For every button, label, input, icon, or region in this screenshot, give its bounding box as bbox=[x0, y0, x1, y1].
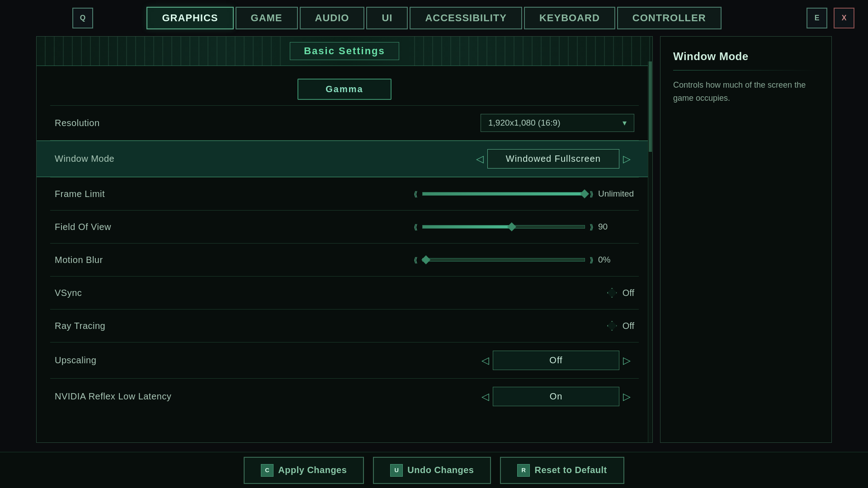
setting-row-motion-blur[interactable]: Motion Blur ⟪ ⟫ 0% bbox=[37, 244, 652, 276]
label-resolution: Resolution bbox=[55, 118, 199, 128]
vsync-toggle-diamond[interactable] bbox=[607, 288, 617, 298]
motion-blur-left-icon[interactable]: ⟪ bbox=[413, 255, 419, 265]
control-fov[interactable]: ⟪ ⟫ 90 bbox=[199, 222, 634, 232]
fov-slider-right-icon[interactable]: ⟫ bbox=[589, 222, 594, 232]
nvidia-reflex-left-arrow-icon[interactable]: ◁ bbox=[478, 389, 493, 404]
upscaling-value: Off bbox=[493, 351, 619, 370]
setting-row-window-mode[interactable]: Window Mode ◁ Windowed Fullscreen ▷ bbox=[37, 141, 652, 177]
window-mode-selector[interactable]: ◁ Windowed Fullscreen ▷ bbox=[472, 149, 634, 169]
settings-scroll[interactable]: Gamma Resolution 1,920x1,080 (16:9) ▾ Wi… bbox=[37, 66, 652, 443]
control-window-mode[interactable]: ◁ Windowed Fullscreen ▷ bbox=[199, 149, 634, 169]
label-motion-blur: Motion Blur bbox=[55, 255, 199, 265]
panel-title: Basic Settings bbox=[290, 42, 399, 60]
motion-blur-slider-thumb[interactable] bbox=[421, 255, 430, 264]
settings-panel: Basic Settings Gamma Resolution 1,920x1,… bbox=[36, 36, 653, 443]
nav-left-button[interactable]: Q bbox=[72, 8, 93, 28]
resolution-dropdown[interactable]: 1,920x1,080 (16:9) ▾ bbox=[481, 114, 634, 132]
motion-blur-slider-track[interactable] bbox=[422, 258, 585, 262]
motion-blur-value: 0% bbox=[598, 255, 634, 265]
reset-icon: R bbox=[517, 464, 530, 477]
ray-tracing-toggle-diamond[interactable] bbox=[607, 321, 617, 331]
apply-changes-button[interactable]: C Apply Changes bbox=[244, 457, 364, 484]
info-panel-title: Window Mode bbox=[673, 50, 819, 63]
selector-right-arrow-icon[interactable]: ▷ bbox=[619, 151, 634, 167]
info-panel: Window Mode Controls how much of the scr… bbox=[660, 36, 832, 443]
setting-row-fov[interactable]: Field Of View ⟪ ⟫ 90 bbox=[37, 211, 652, 243]
ray-tracing-value: Off bbox=[623, 321, 634, 331]
nvidia-reflex-selector[interactable]: ◁ On ▷ bbox=[478, 387, 634, 406]
label-vsync: VSync bbox=[55, 288, 199, 298]
reset-label: Reset to Default bbox=[534, 465, 607, 475]
fov-slider-thumb[interactable] bbox=[507, 222, 516, 231]
setting-row-nvidia-reflex[interactable]: NVIDIA Reflex Low Latency ◁ On ▷ bbox=[37, 379, 652, 414]
tab-game[interactable]: Game bbox=[236, 7, 298, 29]
info-panel-description: Controls how much of the screen the game… bbox=[673, 79, 819, 105]
slider-left-arrow-icon[interactable]: ⟪ bbox=[413, 189, 419, 199]
upscaling-right-arrow-icon[interactable]: ▷ bbox=[619, 353, 634, 368]
setting-row-frame-limit[interactable]: Frame Limit ⟪ ⟫ Unlimited bbox=[37, 178, 652, 210]
scroll-track[interactable] bbox=[648, 61, 652, 442]
tab-accessibility[interactable]: Accessibility bbox=[410, 7, 522, 29]
frame-limit-slider-fill bbox=[423, 192, 585, 195]
motion-blur-right-icon[interactable]: ⟫ bbox=[589, 255, 594, 265]
tab-keyboard[interactable]: Keyboard bbox=[524, 7, 615, 29]
undo-icon: U bbox=[390, 464, 403, 477]
slider-right-arrow-icon[interactable]: ⟫ bbox=[589, 189, 594, 199]
gamma-row: Gamma bbox=[37, 70, 652, 105]
window-mode-value: Windowed Fullscreen bbox=[487, 149, 619, 169]
control-vsync[interactable]: Off bbox=[199, 288, 634, 298]
nvidia-reflex-value: On bbox=[493, 387, 619, 406]
label-frame-limit: Frame Limit bbox=[55, 189, 199, 199]
nav-right-button[interactable]: E bbox=[807, 8, 827, 28]
upscaling-left-arrow-icon[interactable]: ◁ bbox=[478, 353, 493, 368]
label-upscaling: Upscaling bbox=[55, 355, 199, 366]
dropdown-arrow-icon: ▾ bbox=[623, 118, 627, 128]
undo-changes-button[interactable]: U Undo Changes bbox=[373, 457, 491, 484]
top-navigation: Q Graphics Game Audio UI Accessibility K… bbox=[0, 0, 868, 36]
label-window-mode: Window Mode bbox=[55, 154, 199, 164]
fov-value: 90 bbox=[598, 222, 634, 232]
apply-icon: C bbox=[261, 464, 274, 477]
fov-slider-left-icon[interactable]: ⟪ bbox=[413, 222, 419, 232]
frame-limit-value: Unlimited bbox=[598, 189, 634, 199]
tab-ui[interactable]: UI bbox=[366, 7, 408, 29]
setting-row-vsync[interactable]: VSync Off bbox=[37, 277, 652, 309]
panel-header: Basic Settings bbox=[37, 37, 652, 66]
vsync-value: Off bbox=[623, 288, 634, 298]
selector-left-arrow-icon[interactable]: ◁ bbox=[472, 151, 487, 167]
main-layout: Basic Settings Gamma Resolution 1,920x1,… bbox=[36, 36, 832, 443]
label-fov: Field Of View bbox=[55, 222, 199, 232]
close-button[interactable]: X bbox=[834, 8, 854, 28]
tab-controller[interactable]: Controller bbox=[617, 7, 722, 29]
control-upscaling[interactable]: ◁ Off ▷ bbox=[199, 351, 634, 370]
nav-tabs: Graphics Game Audio UI Accessibility Key… bbox=[146, 7, 721, 29]
undo-label: Undo Changes bbox=[407, 465, 474, 475]
fov-slider-track[interactable] bbox=[422, 225, 585, 229]
setting-row-resolution[interactable]: Resolution 1,920x1,080 (16:9) ▾ bbox=[37, 106, 652, 140]
scroll-thumb[interactable] bbox=[649, 61, 652, 152]
frame-limit-slider-track[interactable] bbox=[422, 192, 585, 196]
ray-tracing-toggle[interactable]: Off bbox=[607, 321, 634, 331]
fov-slider-fill bbox=[423, 225, 512, 228]
nvidia-reflex-right-arrow-icon[interactable]: ▷ bbox=[619, 389, 634, 404]
label-nvidia-reflex: NVIDIA Reflex Low Latency bbox=[55, 391, 199, 402]
control-motion-blur[interactable]: ⟪ ⟫ 0% bbox=[199, 255, 634, 265]
setting-row-ray-tracing[interactable]: Ray Tracing Off bbox=[37, 310, 652, 342]
tab-audio[interactable]: Audio bbox=[300, 7, 365, 29]
apply-label: Apply Changes bbox=[278, 465, 347, 475]
control-resolution[interactable]: 1,920x1,080 (16:9) ▾ bbox=[199, 114, 634, 132]
label-ray-tracing: Ray Tracing bbox=[55, 321, 199, 331]
resolution-value: 1,920x1,080 (16:9) bbox=[488, 118, 561, 128]
setting-row-upscaling[interactable]: Upscaling ◁ Off ▷ bbox=[37, 343, 652, 378]
tab-graphics[interactable]: Graphics bbox=[146, 7, 233, 29]
frame-limit-slider-thumb[interactable] bbox=[580, 189, 589, 198]
upscaling-selector[interactable]: ◁ Off ▷ bbox=[478, 351, 634, 370]
control-nvidia-reflex[interactable]: ◁ On ▷ bbox=[199, 387, 634, 406]
reset-to-default-button[interactable]: R Reset to Default bbox=[500, 457, 624, 484]
vsync-toggle[interactable]: Off bbox=[607, 288, 634, 298]
bottom-bar: C Apply Changes U Undo Changes R Reset t… bbox=[0, 452, 868, 488]
control-ray-tracing[interactable]: Off bbox=[199, 321, 634, 331]
info-panel-divider bbox=[673, 70, 819, 70]
gamma-button[interactable]: Gamma bbox=[297, 79, 391, 100]
control-frame-limit[interactable]: ⟪ ⟫ Unlimited bbox=[199, 189, 634, 199]
